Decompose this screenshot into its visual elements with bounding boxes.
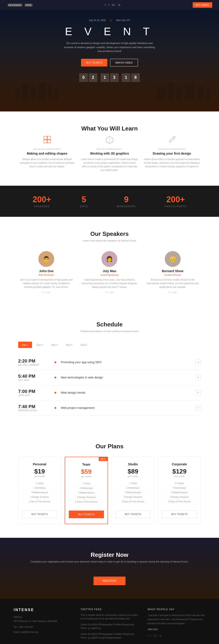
plan-period-2: per month <box>116 475 151 478</box>
plan-price-3: $129 <box>162 468 197 475</box>
nav-cta-button[interactable]: BUY DEMO <box>193 2 212 8</box>
social-twitter[interactable]: t <box>108 4 109 6</box>
speaker-gp-0[interactable]: G+ <box>47 291 50 294</box>
footer-testimonial-title: WHAT PEOPLE SAY <box>148 608 206 611</box>
svg-rect-15 <box>44 140 47 143</box>
svg-rect-16 <box>48 140 50 143</box>
day-tab-2[interactable]: Day 3 <box>48 342 62 348</box>
speaker-gp-2[interactable]: G+ <box>174 291 177 294</box>
speaker-role-1: Lead Engineering <box>81 274 138 276</box>
schedule-item-1: 5:40 PM JULY MAO New technologies in web… <box>18 370 201 385</box>
speaker-avatar-2: 👴 <box>165 251 181 267</box>
learn-item-title-2: Drawing your first design <box>143 152 201 155</box>
speaker-tw-1[interactable]: t <box>108 291 109 294</box>
plan-btn-0[interactable]: BUY TICKETS <box>22 510 57 518</box>
schedule-item-0: 2:20 PM MICHAEL LAMBERT Promoting your a… <box>18 355 201 370</box>
footer-fb[interactable]: f <box>148 634 148 638</box>
plan-features-3: 2 Tickets 4 Workshops 6 Masterclasses 3 … <box>162 481 197 504</box>
plan-btn-1[interactable]: BUY TICKETS <box>69 510 104 518</box>
footer-email-label: Email: <box>14 631 20 633</box>
brand-sub: PRO <box>25 4 32 6</box>
footer-phone-label: Tel: <box>14 626 17 628</box>
footer-testimonial-text: "Last year I took part in Intense Event … <box>148 613 206 626</box>
schedule-dot-0 <box>54 362 56 363</box>
speaker-fb-2[interactable]: f <box>168 291 169 294</box>
brand: INTENSE PRO <box>7 3 32 7</box>
plan-feature-0-3: 1 Design Sessions <box>22 495 57 500</box>
schedule-title-0: Promoting your app using SEO <box>61 360 196 364</box>
speaker-tw-0[interactable]: t <box>45 291 46 294</box>
stat-3: 200+ PARTICIPANTS <box>165 195 186 208</box>
day-tab-3[interactable]: Day 4 <box>62 342 76 348</box>
plan-feature-3-3: 3 Design Sessions <box>162 495 197 500</box>
buy-tickets-button[interactable]: BUY TICKETS <box>81 59 107 66</box>
speaker-desc-0: John is an expert in development of high… <box>18 278 74 289</box>
speaker-fb-1[interactable]: f <box>106 291 106 294</box>
plan-feature-2-4: 3 Days of Free Access <box>116 500 151 504</box>
learn-item-desc-2: Intense Event offers a complex approach … <box>143 158 201 168</box>
schedule-title-3: Web project management <box>61 406 196 410</box>
plan-price-1: $59 <box>69 468 104 475</box>
plan-0: Personal $19 per month 1 Ticket 1 Worksh… <box>18 457 61 524</box>
speaker-gp-1[interactable]: G+ <box>110 291 114 294</box>
footer-twitter-col: TWITTER FEED This is sample tweet for lo… <box>80 608 138 642</box>
stat-0: 200+ SPEAKERS <box>33 195 51 208</box>
day-tab-0[interactable]: Day 1 <box>18 342 32 348</box>
register-title: Register Now <box>18 552 201 558</box>
learn-section: What You Will Learn Drawing workshops Ma… <box>0 112 219 186</box>
schedule-time-2: 7:00 PM JOHN DOE <box>18 389 50 396</box>
schedule-time-0: 2:20 PM MICHAEL LAMBERT <box>18 358 50 366</box>
footer-tweet-2: Check Out NEW #Photographer Portfolio Re… <box>80 632 138 640</box>
schedule-expand-2[interactable]: + <box>196 390 201 396</box>
schedule-title-1: New technologies in web design <box>61 376 196 379</box>
count-sep-2: : <box>120 73 121 82</box>
plan-feature-0-0: 1 Ticket <box>22 481 57 486</box>
plan-badge-1: BEST <box>99 457 108 461</box>
register-button[interactable]: REGISTER <box>94 576 126 585</box>
social-google[interactable]: G+ <box>112 4 115 6</box>
brand-name: INTENSE <box>8 4 22 6</box>
schedule-expand-0[interactable]: + <box>196 360 201 365</box>
plan-feature-1-4: 2 Days of Free Access <box>69 500 104 504</box>
plan-btn-3[interactable]: BUY TICKETS <box>162 510 197 518</box>
footer-address: Address: 4578 Marmora St. San Francisco … <box>14 615 72 623</box>
footer-tw[interactable]: t <box>150 634 151 638</box>
plan-feature-0-1: 1 Workshop <box>22 486 57 490</box>
plan-btn-2[interactable]: BUY TICKETS <box>116 510 151 518</box>
stat-label-1: days <box>80 205 88 208</box>
plan-feature-2-0: 1 Ticket <box>116 481 151 486</box>
footer-email: Email: mail@intense.org <box>14 630 72 634</box>
hero-dot: ● <box>110 19 112 22</box>
plan-feature-1-1: 4 Workshops <box>69 486 104 490</box>
count-sep-1: : <box>98 73 100 82</box>
speakers-sub: Learn more about the speakers at Intense… <box>18 239 201 242</box>
social-facebook[interactable]: f <box>105 4 106 6</box>
stat-1: 5 days <box>80 195 88 208</box>
footer-testimonial-author: John Doe <box>148 628 206 632</box>
footer-in[interactable]: in <box>160 634 162 638</box>
footer-address-value: 4578 Marmora St. San Francisco 104 8908 <box>14 620 57 622</box>
plan-feature-0-4: 1 Day of Free Access <box>22 500 57 504</box>
speaker-fb-0[interactable]: f <box>42 291 43 294</box>
speaker-social-1: f t G+ <box>81 291 138 294</box>
plan-1: BEST Team $59 per month 1 Ticket 4 Works… <box>65 457 108 524</box>
hero-buttons: BUY TICKETS WATCH VIDEO <box>4 59 214 66</box>
plan-feature-2-2: 3 Masterclasses <box>116 490 151 495</box>
schedule-dot-2 <box>54 392 56 394</box>
social-linkedin[interactable]: in <box>118 4 120 6</box>
watch-video-button[interactable]: WATCH VIDEO <box>110 59 138 66</box>
learn-icon-0 <box>42 134 53 145</box>
schedule-expand-3[interactable]: + <box>196 405 201 411</box>
speaker-social-2: f t G+ <box>144 291 201 294</box>
footer-gp[interactable]: G+ <box>154 634 157 638</box>
day-tab-4[interactable]: Day 5 <box>77 342 91 348</box>
svg-rect-14 <box>48 136 50 140</box>
plan-period-3: per month <box>162 475 197 478</box>
schedule-expand-1[interactable]: + <box>196 375 201 380</box>
speaker-avatar-0: 👨 <box>38 251 54 267</box>
day-tab-1[interactable]: Day 2 <box>33 342 47 348</box>
speaker-tw-2[interactable]: t <box>171 291 172 294</box>
learn-item-title-0: Making and editing shapes <box>18 152 76 155</box>
speaker-name-0: John Doe <box>18 269 74 273</box>
learn-title: What You Will Learn <box>18 125 201 132</box>
